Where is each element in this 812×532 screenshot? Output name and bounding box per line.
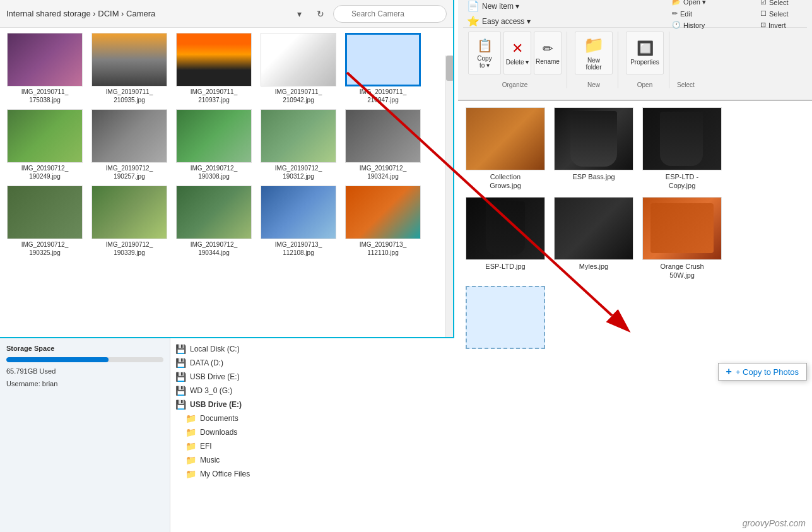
list-item[interactable]: IMG_20190711_210942.jpg — [259, 33, 338, 104]
content-label: CollectionGrows.jpg — [490, 172, 521, 191]
new-item-icon: 📄 — [467, 0, 480, 12]
content-thumbnail — [466, 107, 545, 170]
thumbnail — [91, 186, 167, 239]
content-item-espltd[interactable]: ESP-LTD.jpg — [464, 197, 546, 280]
list-item[interactable]: IMG_20190711_210935.jpg — [90, 33, 169, 104]
new-folder-icon: 📁 — [584, 35, 604, 55]
content-item-espbass[interactable]: ESP Bass.jpg — [553, 107, 635, 191]
file-label: IMG_20190713_112110.jpg — [360, 240, 407, 257]
dropdown-btn[interactable]: ▾ — [290, 5, 308, 23]
right-panel: 📄 New item ▾ ⭐ Easy access ▾ 📂 Open ▾ ✏ — [458, 0, 812, 532]
scroll-thumb[interactable] — [446, 56, 453, 81]
list-item[interactable]: IMG_20190712_190308.jpg — [174, 109, 254, 180]
tree-item-usb-e[interactable]: 💾 USB Drive (E:) — [170, 370, 454, 384]
delete-icon: ✕ — [512, 40, 523, 57]
tree-item-music[interactable]: 📁 Music — [170, 453, 454, 467]
content-item-drop-target[interactable] — [464, 286, 546, 351]
content-item-orange[interactable]: Orange Crush50W.jpg — [641, 197, 723, 280]
tree-item-localdisk[interactable]: 💾 Local Disk (C:) — [170, 342, 454, 356]
tree-item-data[interactable]: 💾 DATA (D:) — [170, 356, 454, 370]
select-none-btn[interactable]: ☐ Select — [756, 8, 807, 19]
tree-item-label: USB Drive (E:) — [190, 372, 240, 381]
select-all-btn[interactable]: ☑ Select — [756, 0, 807, 8]
edit-btn[interactable]: ✏ Edit — [668, 8, 750, 19]
file-label: IMG_20190712_190257.jpg — [106, 164, 153, 180]
grid-row: IMG_20190712_190325.jpg IMG_20190712_190… — [5, 186, 444, 257]
invert-btn[interactable]: ⊡ Invert — [756, 20, 807, 30]
organize-buttons: 📋 Copyto ▾ ✕ Delete ▾ ✏ Rename — [468, 32, 562, 79]
folder-icon: 📁 — [185, 441, 196, 451]
thumbnail-selected — [345, 33, 421, 86]
open-btn[interactable]: 📂 Open ▾ — [668, 0, 750, 8]
copy-to-photos-icon: + — [726, 366, 732, 377]
list-item[interactable]: IMG_20190712_190257.jpg — [90, 109, 169, 180]
drop-target-area[interactable] — [466, 286, 545, 349]
new-folder-btn[interactable]: 📁 Newfolder — [575, 32, 613, 74]
refresh-btn[interactable]: ↻ — [312, 5, 329, 23]
list-item[interactable]: IMG_20190711_175038.jpg — [5, 33, 85, 104]
tree-item-usb-e2[interactable]: 💾 USB Drive (E:) — [170, 398, 454, 411]
content-grid: CollectionGrows.jpg ESP Bass.jpg ESP-LTD… — [464, 107, 806, 351]
select-all-label: Select — [769, 0, 789, 6]
history-btn[interactable]: 🕐 History — [668, 20, 750, 30]
thumbnail — [176, 186, 252, 239]
content-item-collection[interactable]: CollectionGrows.jpg — [464, 107, 546, 191]
list-item[interactable]: IMG_20190711_210937.jpg — [174, 33, 254, 104]
storage-label: Storage Space — [6, 345, 163, 352]
thumbnail — [7, 186, 83, 239]
delete-btn[interactable]: ✕ Delete ▾ — [503, 32, 531, 74]
new-group: 📁 Newfolder New — [570, 32, 618, 88]
thumbnail — [176, 109, 252, 163]
list-item[interactable]: IMG_20190712_190344.jpg — [174, 186, 254, 257]
tree-item-efi[interactable]: 📁 EFI — [170, 439, 454, 453]
list-item[interactable]: IMG_20190712_190312.jpg — [259, 109, 338, 180]
list-item[interactable]: IMG_20190712_190249.jpg — [5, 109, 85, 180]
search-input[interactable] — [333, 5, 447, 23]
history-icon: 🕐 — [672, 21, 681, 29]
storage-panel: Storage Space 65.791GB Used Username: br… — [0, 338, 170, 532]
list-item[interactable]: IMG_20190712_190325.jpg — [5, 186, 85, 257]
properties-btn[interactable]: 🔲 Properties — [626, 32, 664, 74]
folder-icon: 📁 — [185, 455, 196, 465]
username-text: Username: brian — [6, 380, 57, 387]
tree-item-wd[interactable]: 💾 WD 3_0 (G:) — [170, 384, 454, 398]
disk-icon: 💾 — [175, 399, 186, 410]
disk-icon: 💾 — [175, 386, 186, 396]
tree-item-downloads[interactable]: 📁 Downloads — [170, 425, 454, 439]
content-label: ESP-LTD -Copy.jpg — [666, 172, 698, 191]
file-label: IMG_20190712_190324.jpg — [360, 164, 407, 180]
list-item[interactable]: IMG_20190713_112110.jpg — [343, 186, 423, 257]
tree-item-documents[interactable]: 📁 Documents — [170, 411, 454, 425]
list-item[interactable]: IMG_20190713_112108.jpg — [259, 186, 338, 257]
rename-label: Rename — [536, 58, 560, 65]
invert-label: Invert — [768, 21, 786, 29]
file-label: IMG_20190711_175038.jpg — [21, 88, 69, 104]
content-item-esp-copy[interactable]: ESP-LTD -Copy.jpg — [641, 107, 723, 191]
tree-item-label: My Office Files — [200, 470, 250, 478]
disk-icon: 💾 — [175, 372, 186, 382]
address-bar: Internal shared storage › DCIM › Camera … — [0, 0, 453, 28]
rename-btn[interactable]: ✏ Rename — [534, 32, 562, 74]
content-thumbnail — [642, 107, 722, 170]
copy-to-photos-btn[interactable]: + + Copy to Photos — [718, 363, 807, 381]
list-item[interactable]: IMG_20190711_210947.jpg — [343, 33, 423, 104]
list-item[interactable]: IMG_20190712_190339.jpg — [90, 186, 169, 257]
content-label: ESP-LTD.jpg — [485, 262, 525, 271]
file-label: IMG_20190712_190249.jpg — [21, 164, 69, 180]
properties-label: Properties — [630, 59, 659, 66]
new-buttons: 📁 Newfolder — [575, 32, 613, 79]
copy-to-btn[interactable]: 📋 Copyto ▾ — [468, 32, 501, 74]
content-item-myles[interactable]: Myles.jpg — [553, 197, 635, 280]
select-none-label: Select — [769, 10, 789, 18]
disk-icon: 💾 — [175, 358, 186, 368]
list-item[interactable]: IMG_20190712_190324.jpg — [343, 109, 423, 180]
storage-bar-fill — [6, 357, 109, 362]
storage-bar — [6, 357, 163, 362]
tree-item-myoffice[interactable]: 📁 My Office Files — [170, 467, 454, 481]
thumbnail — [7, 109, 83, 163]
easy-access-btn[interactable]: ⭐ Easy access ▾ — [463, 14, 545, 28]
tree-item-label: Music — [200, 456, 220, 464]
new-item-btn[interactable]: 📄 New item ▾ — [463, 0, 545, 13]
vertical-scrollbar[interactable]: ▲ ▼ — [445, 56, 453, 365]
file-label: IMG_20190712_190312.jpg — [275, 164, 322, 180]
